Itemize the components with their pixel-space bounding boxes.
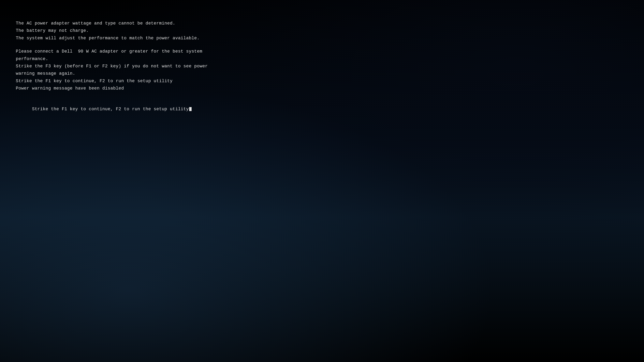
continue-line: Strike the F1 key to continue, F2 to run… — [16, 98, 208, 120]
adapter-line-1: Please connect a Dell 90 W AC adapter or… — [16, 48, 208, 55]
continue-text: Strike the F1 key to continue, F2 to run… — [32, 107, 189, 112]
warning-line-1: The AC power adapter wattage and type ca… — [16, 20, 208, 27]
warning-line-2: The battery may not charge. — [16, 27, 208, 34]
continue-block: Strike the F1 key to continue, F2 to run… — [16, 98, 208, 120]
cursor-blink — [189, 107, 192, 111]
adapter-info-block: Please connect a Dell 90 W AC adapter or… — [16, 48, 208, 92]
adapter-line-4: warning message again. — [16, 70, 208, 77]
power-warning-block: The AC power adapter wattage and type ca… — [16, 20, 208, 42]
bios-screen: The AC power adapter wattage and type ca… — [16, 12, 208, 126]
adapter-line-6: Power warning message have been disabled — [16, 85, 208, 92]
warning-line-3: The system will adjust the performance t… — [16, 35, 208, 42]
adapter-line-3: Strike the F3 key (before F1 or F2 key) … — [16, 63, 208, 70]
adapter-line-2: performance. — [16, 55, 208, 63]
adapter-line-5: Strike the F1 key to continue, F2 to run… — [16, 77, 208, 85]
